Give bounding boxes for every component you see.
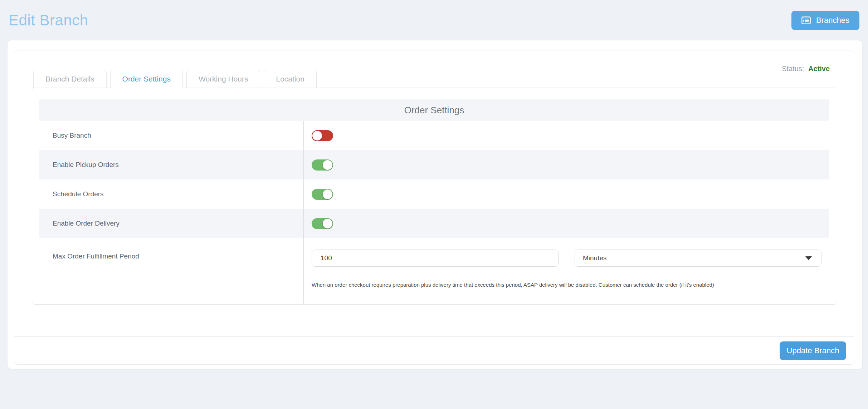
form-footer: Update Branch <box>14 336 854 364</box>
order-settings-panel: Order Settings Busy Branch Enable Pickup… <box>32 88 837 305</box>
fulfillment-value-input[interactable] <box>312 250 559 267</box>
setting-row-busy-branch: Busy Branch <box>39 121 829 150</box>
branch-form: Status: Active Branch Details Order Sett… <box>14 50 854 365</box>
fulfillment-unit-select[interactable]: Minutes <box>575 250 821 267</box>
fulfillment-inputs: Minutes <box>312 250 821 267</box>
setting-label: Enable Order Delivery <box>39 209 303 238</box>
tab-working-hours[interactable]: Working Hours <box>186 70 260 88</box>
list-icon <box>801 16 811 24</box>
setting-control-cell <box>303 150 829 179</box>
schedule-orders-toggle[interactable] <box>312 189 333 200</box>
setting-control-cell <box>303 121 829 150</box>
setting-row-schedule-orders: Schedule Orders <box>39 179 829 209</box>
branches-button-label: Branches <box>816 16 849 25</box>
toggle-knob <box>312 131 322 141</box>
edit-branch-card: Status: Active Branch Details Order Sett… <box>8 40 862 369</box>
page-title: Edit Branch <box>9 12 88 29</box>
setting-row-max-fulfillment: Max Order Fulfillment Period Minutes Whe… <box>39 238 829 304</box>
tab-branch-details[interactable]: Branch Details <box>33 70 107 88</box>
chevron-down-icon <box>805 256 812 260</box>
page: Edit Branch Branches Status: Active <box>0 0 868 369</box>
setting-control-cell <box>303 179 829 209</box>
enable-pickup-toggle[interactable] <box>312 159 333 171</box>
setting-label: Enable Pickup Orders <box>39 150 303 179</box>
fulfillment-unit-value: Minutes <box>583 254 607 262</box>
busy-branch-toggle[interactable] <box>312 130 333 141</box>
setting-row-enable-pickup: Enable Pickup Orders <box>39 150 829 179</box>
setting-control-cell: Minutes When an order checkout requires … <box>303 238 829 304</box>
fulfillment-help-text: When an order checkout requires preparat… <box>312 282 821 288</box>
page-header: Edit Branch Branches <box>0 0 868 40</box>
branches-button[interactable]: Branches <box>791 11 859 30</box>
setting-label: Max Order Fulfillment Period <box>39 238 303 304</box>
setting-control-cell <box>303 209 829 238</box>
tab-location[interactable]: Location <box>264 70 316 88</box>
tab-bar: Branch Details Order Settings Working Ho… <box>33 70 854 88</box>
update-branch-button[interactable]: Update Branch <box>780 341 846 360</box>
setting-label: Busy Branch <box>39 121 303 150</box>
toggle-knob <box>323 189 332 199</box>
tab-order-settings[interactable]: Order Settings <box>110 70 183 88</box>
panel-title: Order Settings <box>39 99 829 121</box>
toggle-knob <box>323 160 332 170</box>
setting-label: Schedule Orders <box>39 179 303 209</box>
toggle-knob <box>323 219 332 228</box>
setting-row-enable-delivery: Enable Order Delivery <box>39 209 829 238</box>
enable-delivery-toggle[interactable] <box>312 218 333 229</box>
